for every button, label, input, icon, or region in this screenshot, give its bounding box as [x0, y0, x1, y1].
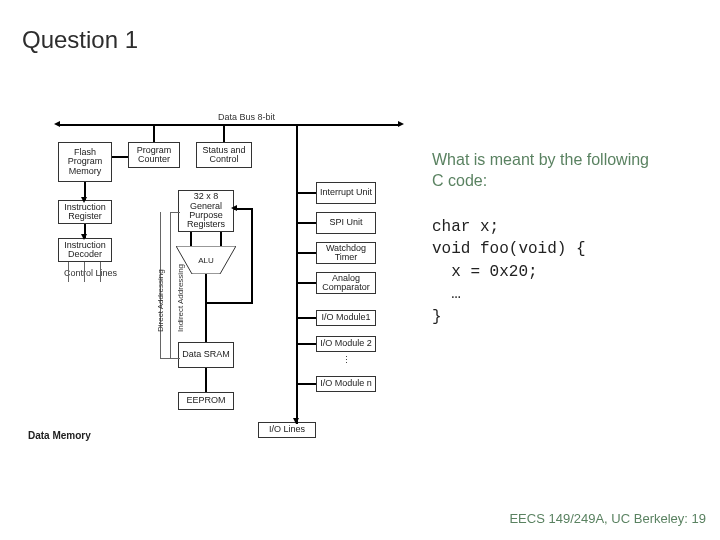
ireg-block: Instruction Register — [58, 200, 112, 224]
iolines-block: I/O Lines — [258, 422, 316, 438]
databus-label: Data Bus 8-bit — [218, 112, 275, 122]
conn — [153, 126, 155, 142]
arrow-icon — [81, 197, 87, 203]
interrupt-block: Interrupt Unit — [316, 182, 376, 204]
ellipsis: ⋮ — [342, 355, 351, 365]
block-label: Flash Program Memory — [60, 148, 110, 176]
bus-vert — [296, 124, 298, 420]
conn — [205, 302, 253, 304]
conn — [84, 262, 85, 282]
iomn-block: I/O Module n — [316, 376, 376, 392]
direct-addr-label: Direct Addressing — [156, 269, 165, 332]
block-label: I/O Module1 — [321, 313, 370, 322]
conn — [68, 262, 69, 282]
conn — [298, 383, 316, 385]
block-label: 32 x 8 General Purpose Registers — [180, 192, 232, 230]
block-label: Data SRAM — [182, 350, 230, 359]
block-label: EEPROM — [186, 396, 225, 405]
conn — [298, 222, 316, 224]
conn — [298, 317, 316, 319]
eeprom-block: EEPROM — [178, 392, 234, 410]
conn — [205, 274, 207, 342]
block-label: I/O Module 2 — [320, 339, 372, 348]
pc-block: Program Counter — [128, 142, 180, 168]
iom2-block: I/O Module 2 — [316, 336, 376, 352]
conn — [298, 343, 316, 345]
spi-block: SPI Unit — [316, 212, 376, 234]
conn — [112, 156, 128, 158]
block-label: Interrupt Unit — [320, 188, 372, 197]
block-label: I/O Lines — [269, 425, 305, 434]
conn — [223, 126, 225, 142]
arrow-icon — [81, 234, 87, 240]
page-title: Question 1 — [22, 26, 138, 54]
block-label: Status and Control — [198, 146, 250, 165]
conn — [298, 252, 316, 254]
indirect-addr-label: Indirect Addressing — [176, 264, 185, 332]
conn — [251, 208, 253, 304]
conn — [170, 212, 180, 213]
block-label: Watchdog Timer — [318, 244, 374, 263]
block-label: Program Counter — [130, 146, 178, 165]
comparator-block: Analog Comparator — [316, 272, 376, 294]
block-label: Instruction Decoder — [60, 241, 110, 260]
footer-text: EECS 149/249A, UC Berkeley: 19 — [509, 511, 706, 526]
memory-title: Data Memory — [28, 430, 91, 441]
conn — [170, 212, 171, 358]
sram-block: Data SRAM — [178, 342, 234, 368]
arrow-icon — [54, 121, 60, 127]
block-label: SPI Unit — [329, 218, 362, 227]
conn — [298, 282, 316, 284]
block-label: ALU — [176, 256, 236, 265]
block-label: Analog Comparator — [318, 274, 374, 293]
idec-block: Instruction Decoder — [58, 238, 112, 262]
question-text: What is meant by the following C code: — [432, 150, 652, 192]
status-block: Status and Control — [196, 142, 252, 168]
block-diagram: Data Bus 8-bit Flash Program Memory Inst… — [28, 112, 428, 507]
conn — [160, 358, 180, 359]
code-block: char x; void foo(void) { x = 0x20; … } — [432, 216, 586, 328]
databus-line — [60, 124, 400, 126]
data-memory-table: Data Memory 32 Registers 0x0000 - 0x001F… — [28, 430, 91, 443]
arrow-icon — [398, 121, 404, 127]
conn — [220, 232, 222, 246]
wdt-block: Watchdog Timer — [316, 242, 376, 264]
ctrl-lines-label: Control Lines — [64, 268, 117, 278]
flash-block: Flash Program Memory — [58, 142, 112, 182]
conn — [190, 232, 192, 246]
slide: Question 1 What is meant by the followin… — [0, 0, 720, 540]
block-label: I/O Module n — [320, 379, 372, 388]
conn — [100, 262, 101, 282]
regs-block: 32 x 8 General Purpose Registers — [178, 190, 234, 232]
conn — [298, 192, 316, 194]
alu-block: ALU — [176, 246, 236, 274]
block-label: Instruction Register — [60, 203, 110, 222]
conn — [205, 368, 207, 392]
arrow-icon — [293, 418, 299, 424]
arrow-icon — [231, 205, 237, 211]
iom1-block: I/O Module1 — [316, 310, 376, 326]
